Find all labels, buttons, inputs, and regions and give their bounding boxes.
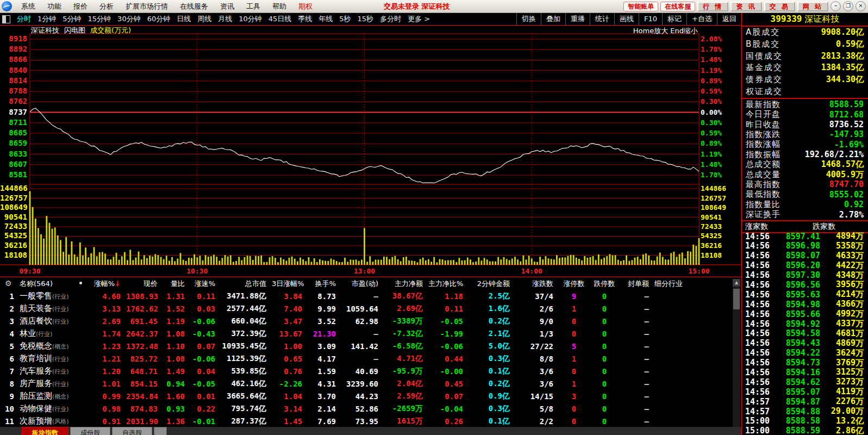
period-tab-45日线[interactable]: 45日线 — [265, 13, 295, 25]
tool-button-重播[interactable]: 重播 — [565, 13, 590, 25]
tick-row[interactable]: 14:578594.872276万 — [742, 396, 868, 406]
settings-gear-icon[interactable]: ⚙ — [5, 279, 12, 288]
period-tab-月线[interactable]: 月线 — [215, 13, 235, 25]
intraday-chart[interactable]: 深证科技 闪电图 成交额(万元) Home放大 End缩小 89182.08%8… — [0, 26, 741, 277]
tick-row[interactable]: 14:568594.434869万 — [742, 338, 868, 348]
tick-row[interactable]: 15:008588.592.86亿 — [742, 426, 868, 435]
column-header-2分钟金额[interactable]: 2分钟金额 — [469, 279, 515, 289]
tick-row[interactable]: 14:568594.984366万 — [742, 299, 868, 309]
tick-row[interactable]: 14:568594.584681万 — [742, 328, 868, 338]
tick-row[interactable]: 14:568597.304348万 — [742, 270, 868, 280]
titlebar-button-网站[interactable]: 网 站 — [797, 2, 828, 11]
table-row-动物保健[interactable]: 10动物保健(行业)0.98874.830.930.22795.74亿3.142… — [0, 402, 741, 415]
table-scrollbar[interactable]: ▲ ▼ — [733, 279, 740, 435]
table-row-教育培训[interactable]: 6教育培训(行业)1.21825.721.08-0.061125.39亿0.65… — [0, 352, 741, 365]
column-header-现价[interactable]: 现价 — [126, 279, 163, 289]
tick-row[interactable]: 14:568595.664992万 — [742, 309, 868, 319]
layout-toggle-icon[interactable] — [2, 15, 10, 23]
period-tab-30分钟[interactable]: 30分钟 — [114, 13, 144, 25]
menu-item-功能[interactable]: 功能 — [41, 0, 67, 13]
table-row-次新预增[interactable]: 11次新预增(风格)0.912031.901.36-0.01287.37亿1.4… — [0, 415, 741, 427]
close-button[interactable]: ✕ — [855, 1, 866, 11]
column-header-3日涨幅%[interactable]: 3日涨幅% — [272, 279, 308, 289]
tick-row[interactable]: 14:568598.074633万 — [742, 251, 868, 260]
tick-row[interactable]: 14:568596.563956万 — [742, 279, 868, 289]
column-header-涨停数[interactable]: 涨停数 — [559, 279, 589, 289]
bottom-tab-成份股[interactable]: 成份股 — [70, 427, 110, 435]
column-header-跌停数[interactable]: 跌停数 — [589, 279, 620, 289]
bottom-tab-板块指数[interactable]: 板块指数 — [22, 427, 68, 435]
column-header-总市值[interactable]: 总市值 — [221, 279, 272, 289]
tool-button-F10[interactable]: F10 — [639, 13, 662, 25]
table-header-row[interactable]: ⚙ 名称(564)涨幅%↓现价量比涨速%总市值3日涨幅%换手%市盈(动)主力净额… — [0, 277, 741, 290]
column-header-量比[interactable]: 量比 — [163, 279, 190, 289]
column-header-细分行业[interactable]: 细分行业 — [654, 279, 720, 289]
tick-row[interactable]: 14:568595.634214万 — [742, 289, 868, 299]
tick-row[interactable]: 14:578594.8829.00万 — [742, 406, 868, 416]
column-header-主力净比%[interactable]: 主力净比% — [428, 279, 469, 289]
tick-row[interactable]: 14:568596.204422万 — [742, 260, 868, 270]
period-tab-更多 >[interactable]: 更多 > — [404, 13, 433, 25]
column-header-主力净额[interactable]: 主力净额 — [384, 279, 428, 289]
tick-row[interactable]: 15:008588.5813.2亿 — [742, 416, 868, 426]
tick-row[interactable]: 14:568597.414894万 — [742, 231, 868, 241]
column-header-涨幅%[interactable]: 涨幅%↓ — [92, 279, 126, 289]
column-header-涨跌数[interactable]: 涨跌数 — [515, 279, 559, 289]
period-tab-日线[interactable]: 日线 — [173, 13, 194, 25]
menu-item-期权[interactable]: 期权 — [292, 0, 319, 13]
period-tab-10分钟[interactable]: 10分钟 — [235, 13, 265, 25]
chart-canvas[interactable] — [0, 26, 741, 277]
table-row-酒店餐饮[interactable]: 3酒店餐饮(行业)2.69691.451.19-0.06660.04亿3.473… — [0, 315, 741, 327]
menu-item-资讯[interactable]: 资讯 — [214, 0, 240, 13]
tick-row[interactable]: 14:568594.223624万 — [742, 348, 868, 358]
period-tab-5分钟[interactable]: 5分钟 — [59, 13, 84, 25]
table-row-汽车服务[interactable]: 7汽车服务(行业)1.20648.711.490.04539.85亿0.761.… — [0, 365, 741, 377]
tool-button-+自选[interactable]: +自选 — [686, 13, 717, 25]
tick-list[interactable]: 14:568597.414894万14:568596.985358万14:568… — [742, 231, 868, 435]
period-tab-15秒[interactable]: 15秒 — [354, 13, 377, 25]
column-header-换手%[interactable]: 换手% — [308, 279, 341, 289]
scroll-up-icon[interactable]: ▲ — [733, 279, 740, 287]
table-row-房产服务[interactable]: 8房产服务(行业)1.01854.150.94-0.05462.16亿-2.26… — [0, 377, 741, 390]
period-tab-周线[interactable]: 周线 — [194, 13, 215, 25]
table-row-免税概念[interactable]: 5免税概念(概念)1.231372.481.100.0710935.45亿1.0… — [0, 340, 741, 352]
column-header-涨速%[interactable]: 涨速% — [190, 279, 221, 289]
restore-button[interactable]: ❐ — [843, 1, 853, 11]
period-tab-年线[interactable]: 年线 — [315, 13, 336, 25]
menu-item-在线服务[interactable]: 在线服务 — [174, 0, 214, 13]
titlebar-button-交易[interactable]: 交 易 — [764, 2, 795, 11]
titlebar-button-在线客服[interactable]: 在线客服 — [660, 2, 695, 11]
tick-row[interactable]: 14:568595.074119万 — [742, 387, 868, 396]
tool-button-标记[interactable]: 标记 — [662, 13, 686, 25]
titlebar-button-资讯[interactable]: 资 讯 — [730, 2, 761, 11]
tick-row[interactable]: 14:568594.623273万 — [742, 377, 868, 387]
period-tab-5秒[interactable]: 5秒 — [336, 13, 354, 25]
column-header-封单额[interactable]: 封单额 — [620, 279, 654, 289]
menu-item-分析[interactable]: 分析 — [93, 0, 120, 13]
tool-button-叠加[interactable]: 叠加 — [541, 13, 565, 25]
period-tab-季线[interactable]: 季线 — [295, 13, 315, 25]
tool-button-返回[interactable]: 返回 — [717, 13, 741, 25]
menu-item-工具[interactable]: 工具 — [240, 0, 266, 13]
period-tab-60分钟[interactable]: 60分钟 — [144, 13, 174, 25]
titlebar-button-行情[interactable]: 行 情 — [697, 2, 728, 11]
menu-item-报价[interactable]: 报价 — [67, 0, 93, 13]
tick-row[interactable]: 14:568594.163125万 — [742, 367, 868, 377]
menu-item-扩展市场行情[interactable]: 扩展市场行情 — [120, 0, 174, 13]
titlebar-button-智能账单[interactable]: 智能账单 — [623, 2, 658, 11]
table-row-林业[interactable]: 4林业(行业)1.742642.371.08-0.43372.39亿13.672… — [0, 327, 741, 340]
table-row-胎压监测[interactable]: 9胎压监测(概念)0.992354.841.600.013665.64亿1.04… — [0, 390, 741, 402]
tool-button-画线[interactable]: 画线 — [614, 13, 639, 25]
tick-row[interactable]: 14:568596.985358万 — [742, 241, 868, 251]
tool-button-切换[interactable]: 切换 — [516, 13, 541, 25]
period-tab-多分时[interactable]: 多分时 — [377, 13, 404, 25]
tool-button-统计[interactable]: 统计 — [590, 13, 614, 25]
menu-item-系统[interactable]: 系统 — [15, 0, 41, 13]
bottom-tab-自选股[interactable]: 自选股 — [112, 427, 152, 435]
tick-row[interactable]: 14:568594.733769万 — [742, 358, 868, 368]
table-row-航天装备[interactable]: 2航天装备(行业)3.131762.621.520.032577.44亿7.40… — [0, 302, 741, 315]
grid-view-icon[interactable] — [154, 427, 167, 435]
scrollbar-thumb[interactable] — [733, 289, 740, 309]
table-row-一般零售[interactable]: 1一般零售(行业)4.601308.931.310.113471.88亿3.84… — [0, 290, 741, 302]
period-tab-15分钟[interactable]: 15分钟 — [85, 13, 115, 25]
